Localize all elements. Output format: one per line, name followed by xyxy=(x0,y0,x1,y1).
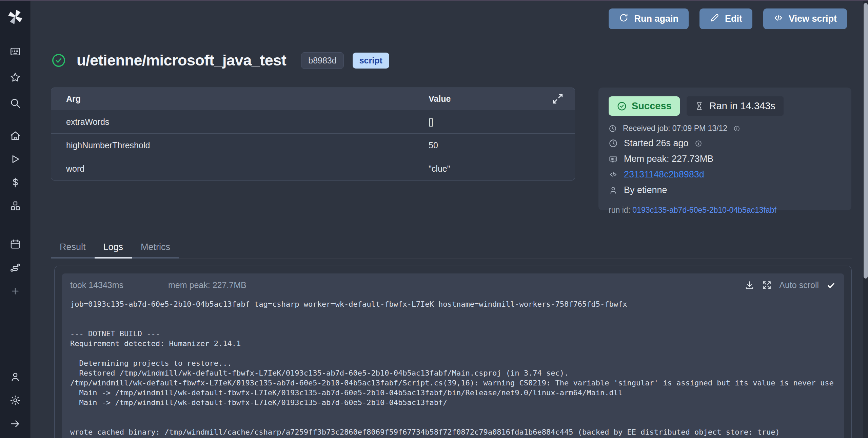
status-label: Success xyxy=(632,100,672,112)
info-icon[interactable] xyxy=(733,125,740,132)
run-id-line: run id: 0193c135-ab7d-60e5-2b10-04b5ac13… xyxy=(609,206,841,215)
logs-controls: Auto scroll xyxy=(745,280,836,290)
sidebar-item-collapse[interactable] xyxy=(0,413,31,436)
version-hash-badge: b8983d xyxy=(301,52,343,69)
table-row: word "clue" xyxy=(51,157,575,180)
logs-header: took 14343ms mem peak: 227.7MB Auto scro… xyxy=(70,280,836,290)
refresh-icon xyxy=(619,13,629,25)
variables-icon xyxy=(9,177,21,190)
sidebar-item-favorites[interactable] xyxy=(0,65,31,91)
sidebar-item-schedules[interactable] xyxy=(0,233,31,256)
received-line: Received job: 07:09 PM 13/12 xyxy=(609,124,841,133)
sidebar-item-apps[interactable] xyxy=(0,39,31,65)
sidebar xyxy=(0,0,31,438)
sidebar-divider xyxy=(0,121,31,121)
args-header-arg: Arg xyxy=(66,94,429,104)
arg-name: extraWords xyxy=(66,117,429,127)
download-icon[interactable] xyxy=(745,280,754,290)
arg-value: "clue" xyxy=(429,164,450,174)
args-table-header: Arg Value xyxy=(51,88,575,110)
settings-icon xyxy=(9,395,21,407)
mem-peak-label: Mem peak: 227.73MB xyxy=(624,154,713,164)
job-header: u/etienne/microsoft_java_test b8983d scr… xyxy=(51,52,389,69)
sidebar-item-home[interactable] xyxy=(0,125,31,148)
sidebar-item-runs[interactable] xyxy=(0,148,31,171)
edit-label: Edit xyxy=(725,14,742,24)
page-scrollbar-thumb[interactable] xyxy=(864,3,868,279)
clock-icon xyxy=(609,139,618,148)
schedules-icon xyxy=(9,239,21,251)
job-info-card: Success Ran in 14.343s Received job: 07:… xyxy=(598,88,851,210)
view-script-button[interactable]: View script xyxy=(763,8,847,29)
tab-result[interactable]: Result xyxy=(51,242,95,259)
window-top-strip xyxy=(0,0,868,1)
sidebar-logo[interactable] xyxy=(0,0,31,35)
tab-logs[interactable]: Logs xyxy=(95,242,132,259)
script-hash-line: 23131148c2b8983d xyxy=(609,169,841,180)
arg-name: word xyxy=(66,164,429,174)
duration-chip: Ran in 14.343s xyxy=(687,96,784,116)
log-output[interactable]: job=0193c135-ab7d-60e5-2b10-04b5ac13fabf… xyxy=(70,299,836,437)
tab-metrics-label: Metrics xyxy=(141,242,170,252)
expand-icon[interactable] xyxy=(762,280,772,290)
user-icon xyxy=(9,371,21,384)
sidebar-item-settings[interactable] xyxy=(0,389,31,413)
search-icon xyxy=(9,97,21,110)
logs-viewer: took 14343ms mem peak: 227.7MB Auto scro… xyxy=(62,273,844,438)
expand-icon[interactable] xyxy=(552,93,564,105)
edit-button[interactable]: Edit xyxy=(699,8,752,29)
apps-icon xyxy=(9,46,21,59)
script-type-badge[interactable]: script xyxy=(353,53,389,69)
code-icon xyxy=(773,13,783,25)
sidebar-item-resources[interactable] xyxy=(0,195,31,218)
arg-name: highNumberThreshold xyxy=(66,140,429,150)
pencil-icon xyxy=(710,13,719,25)
auto-scroll-checkbox[interactable] xyxy=(826,281,836,290)
user-icon xyxy=(609,186,618,195)
script-hash-link[interactable]: 23131148c2b8983d xyxy=(624,169,704,180)
sidebar-item-user[interactable] xyxy=(0,366,31,389)
status-badge: Success xyxy=(609,96,680,116)
tab-logs-label: Logs xyxy=(103,242,123,252)
page-title: u/etienne/microsoft_java_test xyxy=(77,52,286,69)
check-circle-icon xyxy=(51,53,66,68)
run-id-label: run id: xyxy=(609,206,630,214)
duration-label: Ran in 14.343s xyxy=(709,100,775,112)
table-row: extraWords [] xyxy=(51,110,575,133)
hourglass-icon xyxy=(695,101,704,111)
mem-peak-line: Mem peak: 227.73MB xyxy=(609,154,841,164)
args-header-value: Value xyxy=(429,94,451,104)
tab-underline xyxy=(132,257,179,259)
sidebar-item-search[interactable] xyxy=(0,91,31,117)
sidebar-group-top xyxy=(0,39,30,117)
view-script-label: View script xyxy=(789,14,837,24)
received-label: Received job: 07:09 PM 13/12 xyxy=(623,124,727,133)
star-icon xyxy=(9,72,21,84)
tab-result-label: Result xyxy=(60,242,86,252)
tab-underline xyxy=(95,257,132,259)
auto-scroll-label: Auto scroll xyxy=(779,280,819,290)
sidebar-group-bottom xyxy=(0,366,30,436)
info-icon[interactable] xyxy=(695,140,702,147)
author-line: By etienne xyxy=(609,185,841,195)
started-line: Started 26s ago xyxy=(609,138,841,149)
run-again-button[interactable]: Run again xyxy=(609,8,689,29)
result-tabs: Result Logs Metrics xyxy=(51,242,852,259)
action-toolbar: Run again Edit View script xyxy=(609,8,847,29)
home-icon xyxy=(9,130,21,143)
sidebar-item-add[interactable] xyxy=(0,280,31,303)
page-scrollbar-track[interactable] xyxy=(863,1,868,438)
run-id-link[interactable]: 0193c135-ab7d-60e5-2b10-04b5ac13fabf xyxy=(632,206,776,214)
code-icon xyxy=(609,170,618,179)
routes-icon xyxy=(9,262,21,275)
author-label: By etienne xyxy=(624,185,667,195)
tab-metrics[interactable]: Metrics xyxy=(132,242,179,259)
logs-panel: took 14343ms mem peak: 227.7MB Auto scro… xyxy=(54,266,852,438)
windmill-logo-icon xyxy=(6,8,24,27)
sidebar-item-routes[interactable] xyxy=(0,256,31,280)
took-label: took 14343ms xyxy=(70,280,123,290)
sidebar-item-variables[interactable] xyxy=(0,171,31,195)
arg-value: 50 xyxy=(429,140,438,150)
args-table: Arg Value extraWords [] highNumberThresh… xyxy=(51,88,575,180)
tab-underline xyxy=(51,257,95,259)
